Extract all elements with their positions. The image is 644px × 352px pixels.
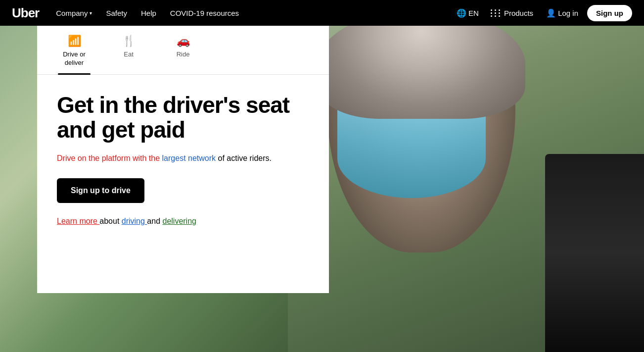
- nav-covid[interactable]: COVID-19 resources: [165, 6, 244, 20]
- learn-more-link[interactable]: Learn more about driving and delivering: [57, 217, 309, 226]
- bar-chart-icon: 📶: [68, 35, 81, 48]
- signup-button[interactable]: Sign up: [587, 5, 632, 21]
- uber-logo[interactable]: Uber: [12, 5, 39, 21]
- language-selector[interactable]: 🌐 EN: [453, 5, 483, 21]
- headline: Get in the driver's seat and get paid: [57, 93, 309, 143]
- main-content: Get in the driver's seat and get paid Dr…: [37, 75, 329, 246]
- person-icon: 👤: [546, 8, 556, 18]
- tab-eat[interactable]: 🍴 Eat: [101, 26, 156, 74]
- tab-drive-or-deliver[interactable]: 📶 Drive ordeliver: [47, 26, 101, 74]
- hero-image: [288, 0, 644, 352]
- sign-up-to-drive-button[interactable]: Sign up to drive: [57, 178, 144, 203]
- globe-icon: 🌐: [457, 8, 466, 18]
- fork-icon: 🍴: [122, 35, 136, 48]
- car-icon: 🚗: [177, 35, 190, 48]
- grid-icon: [491, 9, 501, 17]
- car-door: [545, 154, 644, 352]
- nav-safety[interactable]: Safety: [101, 6, 132, 20]
- nav-right: 🌐 EN Products 👤 Log in Sign up: [453, 5, 632, 21]
- tab-bar: 📶 Drive ordeliver 🍴 Eat 🚗 Ride: [37, 26, 329, 75]
- subtext: Drive on the platform with the largest n…: [57, 152, 309, 164]
- nav-help[interactable]: Help: [136, 6, 161, 20]
- hero-section: 📶 Drive ordeliver 🍴 Eat 🚗 Ride Get in th…: [0, 0, 644, 352]
- products-menu[interactable]: Products: [487, 6, 537, 20]
- mask-overlay: [337, 99, 486, 198]
- login-button[interactable]: 👤 Log in: [541, 5, 583, 21]
- nav-company[interactable]: Company ▾: [51, 6, 97, 20]
- nav-left: Uber Company ▾ Safety Help COVID-19 reso…: [12, 5, 244, 21]
- chevron-down-icon: ▾: [90, 10, 92, 16]
- navbar: Uber Company ▾ Safety Help COVID-19 reso…: [0, 0, 644, 26]
- content-panel: 📶 Drive ordeliver 🍴 Eat 🚗 Ride Get in th…: [37, 26, 329, 293]
- tab-ride[interactable]: 🚗 Ride: [156, 26, 210, 74]
